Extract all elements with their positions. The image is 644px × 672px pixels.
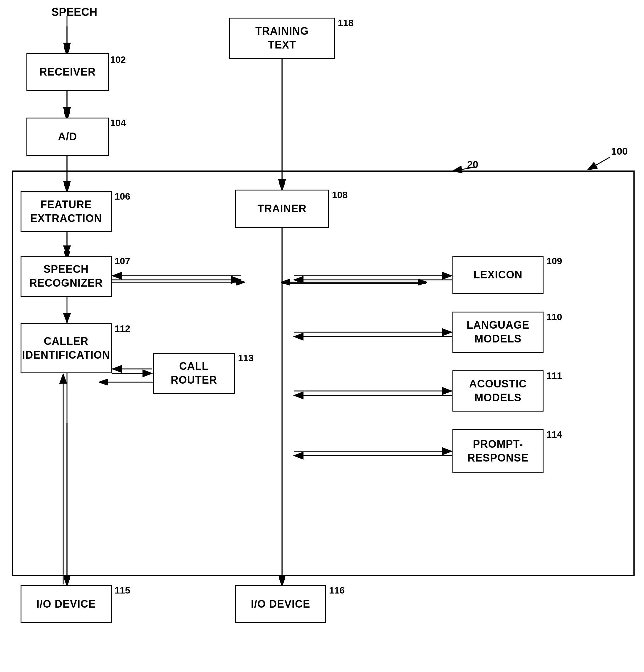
- call-router-id: 113: [238, 353, 254, 364]
- speech-recognizer-id: 107: [114, 256, 130, 267]
- speech-label: SPEECH: [51, 6, 97, 19]
- ad-id: 104: [110, 118, 126, 129]
- lexicon-id: 109: [546, 256, 562, 267]
- acoustic-models-box: ACOUSTIC MODELS: [452, 370, 544, 411]
- caller-id-num: 112: [114, 323, 130, 334]
- language-models-id: 110: [546, 312, 562, 323]
- prompt-response-box: PROMPT- RESPONSE: [452, 429, 544, 473]
- acoustic-models-id: 111: [546, 370, 562, 381]
- receiver-box: RECEIVER: [26, 53, 109, 91]
- receiver-id: 102: [110, 55, 126, 65]
- language-models-box: LANGUAGE MODELS: [452, 312, 544, 353]
- feature-extraction-id: 106: [114, 191, 130, 202]
- call-router-box: CALL ROUTER: [153, 353, 235, 394]
- feature-extraction-box: FEATURE EXTRACTION: [21, 191, 112, 232]
- lexicon-box: LEXICON: [452, 256, 544, 294]
- caller-identification-box: CALLER IDENTIFICATION: [21, 323, 112, 373]
- io-device-2-id: 116: [329, 585, 345, 596]
- speech-recognizer-box: SPEECH RECOGNIZER: [21, 256, 112, 297]
- system-id-100: 100: [611, 145, 628, 157]
- prompt-response-id: 114: [546, 429, 562, 440]
- io-device-1-box: I/O DEVICE: [21, 585, 112, 623]
- io-device-1-id: 115: [114, 585, 130, 596]
- diagram: SPEECH RECEIVER 102 A/D 104 TRAINING TEX…: [0, 0, 644, 672]
- system-id-20: 20: [467, 159, 478, 170]
- trainer-id: 108: [332, 190, 348, 201]
- trainer-box: TRAINER: [235, 190, 329, 228]
- io-device-2-box: I/O DEVICE: [235, 585, 326, 623]
- training-text-id: 118: [338, 17, 353, 28]
- ad-box: A/D: [26, 118, 109, 156]
- training-text-box: TRAINING TEXT: [229, 17, 335, 59]
- svg-line-42: [587, 157, 610, 170]
